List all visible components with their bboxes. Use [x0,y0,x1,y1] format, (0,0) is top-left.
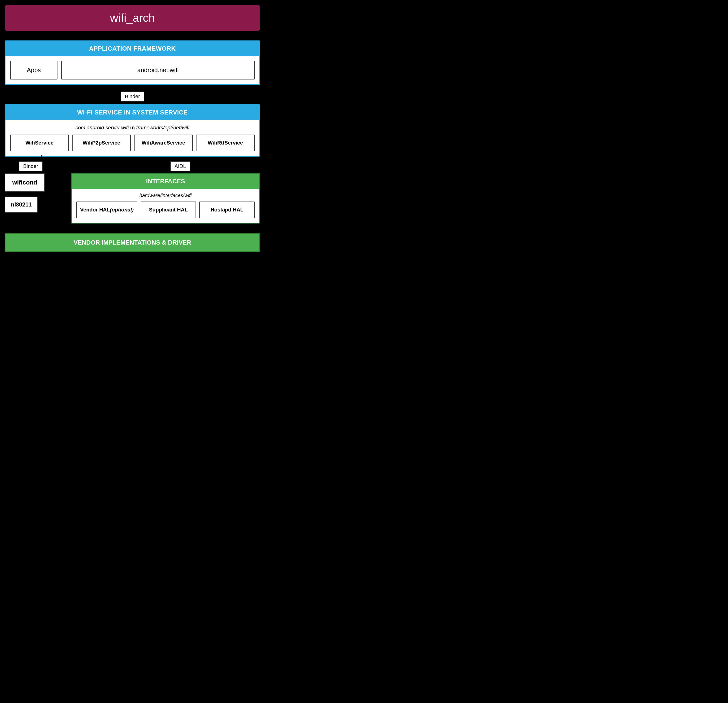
wifi-service-box: WifiService [10,135,69,151]
nl80211-box: nl80211 [5,197,38,213]
page-title: wifi_arch [110,12,155,24]
wifip2p-service-box: WifiP2pService [72,135,131,151]
wifi-service-subtitle: com.android.server.wifi in frameworks/op… [10,124,255,131]
vendor-header: VENDOR IMPLEMENTATIONS & DRIVER [6,234,259,252]
wifirtt-service-box: WifiRttService [196,135,255,151]
interfaces-header: INTERFACES [72,174,259,189]
lower-section: wificond nl80211 INTERFACES hardware/int… [5,173,260,224]
connector-row: Binder AIDL [5,156,260,173]
binder-center-container: Binder [5,85,260,104]
android-net-wifi-box: android.net.wifi [61,61,255,80]
vendor-hal-box: Vendor HAL (optional) [77,201,137,218]
supplicant-hal-box: Supplicant HAL [141,201,196,218]
aidl-label: AIDL [170,161,190,171]
binder-center-label: Binder [121,91,144,101]
binder-left-label: Binder [19,161,43,171]
title-bar: wifi_arch [5,5,260,31]
app-framework-header: APPLICATION FRAMEWORK [6,41,259,56]
interfaces-section: INTERFACES hardware/interfaces/wifi Vend… [71,173,260,224]
vendor-section: VENDOR IMPLEMENTATIONS & DRIVER [5,233,260,252]
hostapd-hal-box: Hostapd HAL [199,201,255,218]
app-framework-section: APPLICATION FRAMEWORK Apps android.net.w… [5,41,260,85]
wificond-col: wificond nl80211 [5,173,71,224]
wifi-service-header: Wi-Fi SERVICE IN SYSTEM SERVICE [6,105,259,120]
aidl-container: AIDL [170,161,190,171]
wificond-box: wificond [5,173,45,192]
wifi-service-section: Wi-Fi SERVICE IN SYSTEM SERVICE com.andr… [5,104,260,156]
wifiaware-service-box: WifiAwareService [134,135,193,151]
interfaces-subtitle: hardware/interfaces/wifi [77,192,255,198]
binder-left-container: Binder [19,161,43,171]
apps-box: Apps [10,61,58,80]
